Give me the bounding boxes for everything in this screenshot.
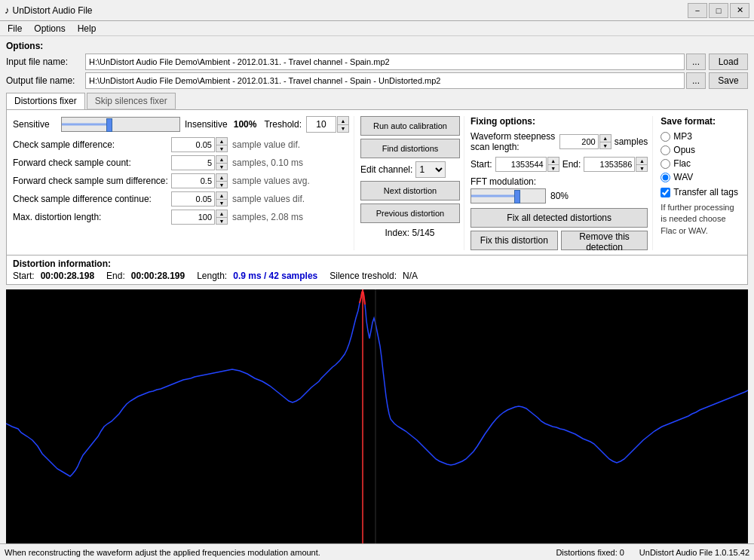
end-input[interactable]: 1353586 [584, 157, 635, 172]
form-up-3[interactable]: ▲ [216, 191, 228, 199]
save-mp3-label: MP3 [673, 131, 692, 142]
di-silence-value: N/A [403, 271, 418, 281]
sensitive-percent: 100% [234, 119, 257, 130]
output-file-row: Output file name: ... Save [6, 72, 748, 89]
save-opus-radio[interactable] [661, 145, 670, 155]
form-input-0[interactable]: 0.05 [171, 137, 215, 152]
form-down-3[interactable]: ▼ [216, 199, 228, 207]
fft-label: FFT modulation: [470, 176, 536, 187]
start-down[interactable]: ▼ [547, 164, 559, 172]
end-up[interactable]: ▲ [636, 157, 648, 164]
waveform-label: Waveform steepness scan length: [470, 131, 556, 152]
output-file-input[interactable] [85, 72, 685, 89]
sensitive-slider-thumb[interactable] [106, 118, 112, 132]
di-length-value: 0.9 ms / 42 samples [233, 271, 317, 281]
run-auto-calibration-button[interactable]: Run auto calibration [360, 116, 460, 136]
threshold-label: Treshold: [264, 119, 302, 130]
minimize-button[interactable]: − [688, 3, 707, 18]
form-input-2[interactable]: 0.5 [171, 173, 215, 188]
form-unit-3: sample values dif. [232, 194, 305, 204]
form-up-4[interactable]: ▲ [216, 210, 228, 217]
form-up-1[interactable]: ▲ [216, 155, 228, 163]
form-input-3[interactable]: 0.05 [171, 191, 215, 207]
start-label: Start: [470, 159, 492, 170]
form-down-2[interactable]: ▼ [216, 181, 228, 188]
waveform-svg [6, 289, 748, 557]
save-mp3-radio[interactable] [661, 132, 670, 142]
insensitive-label: Insensitive [185, 119, 228, 130]
output-file-browse-button[interactable]: ... [686, 72, 706, 89]
fix-all-button[interactable]: Fix all detected distortions [470, 208, 648, 228]
form-row-2: Forward check sample sum difference: 0.5… [13, 173, 349, 188]
distortion-info-title: Distortion information: [13, 259, 741, 269]
distortion-info-values: Start: 00:00:28.198 End: 00:00:28.199 Le… [13, 271, 741, 281]
form-up-0[interactable]: ▲ [216, 137, 228, 145]
input-file-browse-button[interactable]: ... [686, 54, 706, 70]
form-unit-1: samples, 0.10 ms [232, 158, 303, 168]
di-start-value: 00:00:28.198 [41, 271, 94, 281]
end-down[interactable]: ▼ [636, 164, 648, 172]
form-down-1[interactable]: ▼ [216, 163, 228, 170]
form-input-4[interactable]: 100 [171, 210, 215, 225]
form-input-1[interactable]: 5 [171, 155, 215, 170]
input-file-label: Input file name: [6, 57, 85, 67]
tab-skip-silences-fixer[interactable]: Skip silences fixer [87, 93, 176, 109]
waveform-up[interactable]: ▲ [599, 134, 611, 142]
save-format-title: Save format: [661, 116, 741, 127]
form-label-2: Forward check sample sum difference: [13, 176, 171, 186]
start-input[interactable]: 1353544 [495, 157, 547, 172]
form-label-1: Forward check sample count: [13, 158, 171, 168]
left-panel: Sensitive Insensitive 100% Treshold: 10 … [13, 116, 349, 250]
threshold-input[interactable]: 10 [306, 116, 336, 133]
form-row-0: Check sample difference: 0.05 ▲ ▼ sample… [13, 137, 349, 152]
form-unit-0: sample value dif. [232, 139, 300, 150]
form-down-0[interactable]: ▼ [216, 145, 228, 152]
fix-this-button[interactable]: Fix this distortion [470, 231, 558, 250]
index-display: Index: 5/145 [360, 228, 459, 238]
save-wav-radio[interactable] [661, 173, 670, 182]
threshold-up[interactable]: ▲ [337, 116, 349, 124]
maximize-button[interactable]: □ [709, 3, 728, 18]
main-content: Options: Input file name: ... Load Outpu… [0, 36, 754, 289]
waveform-line [6, 291, 748, 476]
save-flac-label: Flac [673, 158, 691, 169]
next-distortion-button[interactable]: Next distortion [360, 181, 460, 200]
threshold-down[interactable]: ▼ [337, 124, 349, 133]
fft-slider[interactable] [470, 188, 546, 203]
di-start-label: Start: [13, 271, 35, 281]
transfer-tags-checkbox[interactable] [661, 188, 670, 197]
fft-slider-thumb[interactable] [514, 190, 520, 203]
output-file-label: Output file name: [6, 75, 85, 86]
form-down-4[interactable]: ▼ [216, 217, 228, 225]
save-flac-radio[interactable] [661, 159, 670, 169]
title-bar: ♪ UnDistort Audio File − □ ✕ [0, 0, 754, 21]
title-bar-text: UnDistort Audio File [13, 5, 688, 16]
menu-file[interactable]: File [2, 22, 28, 35]
transfer-tags-label: Transfer all tags [673, 187, 738, 197]
input-file-input[interactable] [85, 54, 685, 70]
close-button[interactable]: ✕ [730, 3, 749, 18]
remove-detection-button[interactable]: Remove this detection [561, 231, 648, 250]
start-end-row: Start: 1353544 ▲ ▼ End: 1353586 ▲ ▼ [470, 157, 648, 172]
input-file-row: Input file name: ... Load [6, 54, 748, 70]
waveform-input[interactable]: 200 [559, 134, 599, 149]
tab-distortions-fixer[interactable]: Distortions fixer [6, 93, 85, 109]
fixing-options-title: Fixing options: [470, 116, 648, 127]
previous-distortion-button[interactable]: Previous distortion [360, 203, 460, 223]
edit-channel-row: Edit channel: 1 2 [360, 161, 459, 178]
form-up-2[interactable]: ▲ [216, 173, 228, 181]
save-button[interactable]: Save [709, 72, 748, 89]
sensitive-slider[interactable] [61, 117, 180, 132]
start-up[interactable]: ▲ [547, 157, 559, 164]
tab-row: Distortions fixer Skip silences fixer [6, 93, 748, 109]
menu-help[interactable]: Help [72, 22, 103, 35]
form-row-4: Max. distortion length: 100 ▲ ▼ samples,… [13, 210, 349, 225]
menu-options[interactable]: Options [28, 22, 71, 35]
status-bar: When reconstructing the waveform adjust … [0, 543, 754, 560]
edit-channel-select[interactable]: 1 2 [415, 161, 446, 178]
waveform-down[interactable]: ▼ [599, 142, 611, 149]
save-mp3-row: MP3 [661, 131, 741, 142]
find-distortions-button[interactable]: Find distortions [360, 139, 460, 158]
waveform-unit: samples [615, 136, 648, 147]
load-button[interactable]: Load [709, 54, 748, 70]
